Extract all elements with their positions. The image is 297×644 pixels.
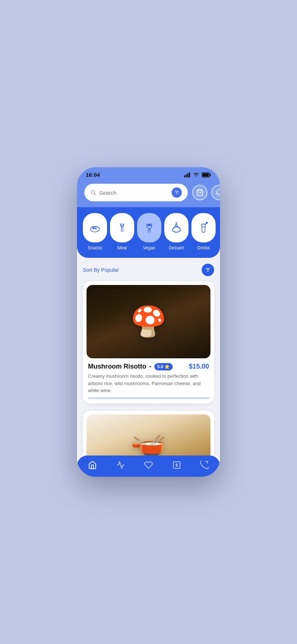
battery-icon: [202, 172, 211, 178]
nav-favorites-button[interactable]: [144, 461, 153, 469]
bell-button[interactable]: [211, 185, 220, 200]
wifi-icon: [193, 172, 199, 178]
search-bar[interactable]: [84, 184, 188, 201]
svg-rect-3: [189, 172, 190, 178]
category-dessert[interactable]: Dessert: [164, 213, 188, 250]
mushroom-risotto-image: [87, 285, 210, 358]
svg-rect-0: [184, 175, 185, 178]
bag-button[interactable]: [192, 185, 208, 200]
search-icon: [90, 190, 96, 195]
main-content: Sort By Popular Mushroom Risotto •: [77, 258, 220, 455]
status-icons: [184, 172, 211, 178]
food-title-left-mushroom: Mushroom Risotto • 5.0 ⭐: [88, 363, 173, 370]
support-icon: [200, 461, 209, 469]
snacks-icon: [88, 221, 102, 235]
food-info-mushroom: Mushroom Risotto • 5.0 ⭐ $15.00 Creamy m…: [83, 358, 214, 403]
meal-label: Meal: [117, 245, 127, 250]
dessert-icon: [169, 221, 183, 235]
sort-filter-button[interactable]: [202, 264, 214, 276]
heart-icon: [144, 461, 153, 469]
snacks-label: Snacks: [88, 245, 102, 250]
svg-point-17: [93, 228, 94, 229]
search-row: [84, 184, 213, 201]
food-card-broccoli-lasagna[interactable]: Broccoli Lasagna • 4.0 ⭐ $12.99 Tender b…: [83, 411, 214, 456]
orders-icon: [116, 461, 125, 469]
food-title-row-mushroom: Mushroom Risotto • 5.0 ⭐ $15.00: [88, 363, 209, 370]
drinks-label: Drinks: [197, 245, 210, 250]
food-name-mushroom: Mushroom Risotto: [88, 363, 146, 370]
svg-line-8: [94, 194, 96, 195]
rating-badge-mushroom: 5.0 ⭐: [154, 363, 173, 370]
nav-support-button[interactable]: [200, 461, 209, 469]
nav-list-button[interactable]: [172, 461, 181, 469]
sort-filter-icon: [205, 267, 211, 273]
filter-icon: [174, 190, 179, 195]
vegan-icon-wrap: [137, 213, 161, 242]
meal-icon-wrap: [110, 213, 134, 242]
svg-rect-6: [210, 174, 211, 176]
status-bar: 16:04: [77, 167, 220, 181]
nav-home-button[interactable]: [88, 461, 97, 469]
header-icons: [192, 185, 220, 200]
category-meal[interactable]: Meal: [110, 213, 134, 250]
meal-icon: [115, 221, 129, 235]
card-divider-mushroom: [88, 398, 209, 398]
sort-row: Sort By Popular: [83, 264, 214, 276]
dessert-icon-wrap: [164, 213, 188, 242]
dessert-label: Dessert: [169, 245, 184, 250]
food-desc-mushroom: Creamy mushroom risotto, cooked to perfe…: [88, 373, 209, 394]
bell-icon: [215, 189, 220, 196]
food-price-mushroom: $15.00: [189, 363, 209, 370]
category-snacks[interactable]: Snacks: [83, 213, 107, 250]
snacks-icon-wrap: [83, 213, 107, 242]
list-icon: [172, 461, 181, 469]
phone-frame: 16:04: [77, 167, 220, 477]
search-input[interactable]: [99, 190, 169, 196]
signal-icon: [184, 172, 191, 178]
home-icon: [88, 461, 97, 469]
vegan-label: Vegan: [143, 245, 155, 250]
search-filter-button[interactable]: [172, 187, 182, 198]
category-drinks[interactable]: Drinks: [191, 213, 216, 250]
bottom-nav: [77, 455, 220, 477]
drinks-icon-wrap: [191, 213, 216, 242]
bag-icon: [196, 189, 203, 196]
categories-section: Snacks Meal: [77, 207, 220, 258]
svg-rect-2: [187, 173, 188, 178]
header-area: [77, 181, 220, 207]
sort-label: Sort By Popular: [83, 267, 119, 273]
category-vegan[interactable]: Vegan: [137, 213, 161, 250]
svg-rect-5: [202, 173, 209, 176]
svg-point-23: [175, 224, 177, 226]
vegan-icon: [142, 221, 156, 235]
nav-orders-button[interactable]: [116, 461, 125, 469]
categories-row: Snacks Meal: [83, 213, 214, 250]
food-card-mushroom-risotto[interactable]: Mushroom Risotto • 5.0 ⭐ $15.00 Creamy m…: [83, 281, 214, 403]
svg-point-16: [95, 228, 96, 229]
status-time: 16:04: [86, 172, 100, 178]
broccoli-lasagna-image: [87, 414, 210, 456]
svg-point-7: [91, 191, 95, 194]
svg-point-26: [206, 222, 208, 223]
svg-point-21: [148, 224, 150, 226]
svg-rect-1: [186, 174, 187, 178]
drinks-icon: [197, 221, 210, 235]
